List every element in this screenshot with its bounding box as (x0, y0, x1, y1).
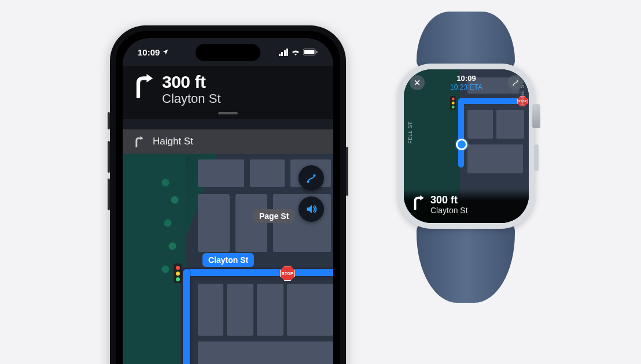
audio-toggle-button[interactable] (299, 196, 324, 222)
card-grabber[interactable] (218, 112, 238, 114)
location-icon (162, 47, 169, 57)
iphone-mute-switch (108, 112, 110, 129)
iphone-power-button (346, 147, 348, 196)
nav-next-step[interactable]: Haight St (123, 129, 333, 154)
digital-crown (532, 104, 540, 128)
current-location-dot (456, 139, 467, 150)
street-label-clayton: Clayton St (202, 253, 254, 267)
watch-screen: STOP FELL ST PAGE ST 10:09 10:23 ETA 300… (404, 69, 529, 223)
nav-next-street: Haight St (153, 136, 193, 147)
svg-rect-2 (316, 50, 318, 53)
status-time: 10:09 (138, 47, 160, 57)
map-view[interactable]: Clayton St Page St STOP (123, 154, 333, 364)
watch-nav-distance: 300 ft (430, 195, 468, 206)
watch-band-bottom (417, 222, 515, 303)
map-park (123, 154, 186, 364)
watch-nav-card[interactable]: 300 ft Clayton St (404, 189, 529, 223)
svg-point-3 (307, 180, 309, 183)
watch-device: STOP FELL ST PAGE ST 10:09 10:23 ETA 300… (398, 64, 535, 229)
nav-distance: 300 ft (162, 73, 221, 91)
iphone-volume-down (108, 179, 110, 210)
watch-nav-street: Clayton St (430, 206, 468, 215)
status-bar: 10:09 (123, 38, 333, 66)
watch-band-top (417, 12, 515, 69)
iphone-volume-up (108, 141, 110, 173)
watch-side-button (534, 144, 539, 171)
nav-street: Clayton St (162, 91, 221, 106)
street-label-fell: FELL ST (407, 121, 413, 144)
overview-route-button[interactable] (299, 165, 324, 191)
turn-right-icon (133, 136, 145, 147)
traffic-light-icon (450, 96, 456, 110)
watch-status: 10:09 10:23 ETA (404, 74, 529, 91)
street-label-page: Page St (253, 209, 294, 223)
cellular-icon (279, 49, 289, 56)
traffic-light-icon (174, 263, 182, 283)
wifi-icon (291, 47, 300, 57)
turn-right-icon (412, 195, 425, 210)
iphone-screen: 10:09 (123, 38, 333, 364)
turn-right-icon (133, 73, 154, 98)
iphone-device: 10:09 (110, 25, 346, 364)
battery-icon (303, 47, 318, 57)
watch-time: 10:09 (404, 74, 529, 83)
svg-point-4 (313, 174, 315, 176)
watch-eta: 10:23 ETA (404, 83, 529, 91)
svg-rect-1 (304, 50, 315, 54)
nav-direction-card[interactable]: 300 ft Clayton St (123, 66, 333, 119)
